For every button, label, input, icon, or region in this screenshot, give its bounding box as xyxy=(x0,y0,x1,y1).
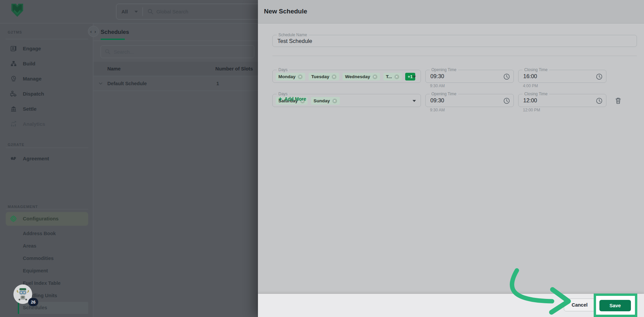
row-slots-cell: 1 xyxy=(216,81,219,86)
closing-helper-row2: 12:00 PM xyxy=(523,108,540,112)
gear-icon xyxy=(10,215,17,222)
divider xyxy=(6,39,88,39)
clock-icon[interactable] xyxy=(503,98,510,104)
opening-time-field-row1[interactable]: Opening Time 09:30 xyxy=(425,70,514,83)
chip-remove-icon[interactable]: ✕ xyxy=(332,99,337,103)
search-scope-selector[interactable]: All xyxy=(121,9,128,14)
section-label-g2rate: G2RATE xyxy=(8,143,24,147)
day-chip: Tuesday✕ xyxy=(309,73,339,81)
sidebar-item-dispatch[interactable]: Dispatch xyxy=(0,86,93,101)
build-icon xyxy=(10,60,17,67)
row-name-cell: Default Schedule xyxy=(107,81,147,86)
divider xyxy=(94,41,258,41)
days-label: Days xyxy=(277,67,289,72)
sidebar-item-fuel-index-table[interactable]: Fuel Index Table xyxy=(0,277,93,289)
search-icon xyxy=(148,9,153,14)
global-search-placeholder[interactable]: Global Search xyxy=(156,9,188,14)
sidebar-item-commodities[interactable]: Commodities xyxy=(0,252,93,264)
drawer-header: New Schedule xyxy=(258,0,644,23)
opening-helper-row1: 9:30 AM xyxy=(430,84,445,88)
day-chip: T...✕ xyxy=(383,73,402,81)
chevron-down-icon[interactable] xyxy=(135,11,138,13)
section-label-management: MANAGEMENT xyxy=(8,205,38,209)
search-icon xyxy=(105,49,110,54)
clock-icon[interactable] xyxy=(503,73,510,80)
schedule-name-field[interactable]: Schedule Name Test Schedule xyxy=(272,35,637,47)
save-button[interactable]: Save xyxy=(599,300,631,311)
day-chip: Wednesday✕ xyxy=(342,73,380,81)
section-label-g2tms: G2TMS xyxy=(8,30,22,34)
column-header-name[interactable]: Name xyxy=(107,66,121,71)
sidebar-item-build[interactable]: Build xyxy=(0,56,93,71)
sidebar-item-settle[interactable]: Settle xyxy=(0,101,93,116)
add-more-button[interactable]: + Add More xyxy=(278,96,306,102)
drawer-title: New Schedule xyxy=(264,8,307,15)
analytics-icon xyxy=(10,120,17,127)
closing-time-field-row1[interactable]: Closing Time 16:00 xyxy=(518,70,606,83)
closing-time-field-row2[interactable]: Closing Time 12:00 xyxy=(518,94,606,107)
sidebar-item-address-book[interactable]: Address Book xyxy=(0,227,93,240)
day-chip: Sunday✕ xyxy=(311,97,340,105)
settle-icon xyxy=(10,105,17,112)
table-search-input[interactable]: Search... xyxy=(101,45,254,58)
robot-mascot-icon xyxy=(17,287,29,301)
opening-time-field-row2[interactable]: Opening Time 09:30 xyxy=(425,94,514,107)
clock-icon[interactable] xyxy=(596,73,602,80)
g2-logo-icon xyxy=(11,3,23,20)
column-header-slots[interactable]: Number of Slots xyxy=(215,66,253,71)
divider xyxy=(6,209,88,209)
dispatch-icon xyxy=(10,90,17,97)
opening-helper-row2: 9:30 AM xyxy=(430,108,445,112)
schedule-name-value: Test Schedule xyxy=(277,35,312,47)
chip-remove-icon[interactable]: ✕ xyxy=(298,74,303,79)
sidebar-item-manage[interactable]: Manage xyxy=(0,71,93,86)
divider xyxy=(143,7,143,16)
days-select-row1[interactable]: Days Monday✕ Tuesday✕ Wednesday✕ T...✕ +… xyxy=(272,70,421,83)
app-root: All Global Search G2TMS Engage Build xyxy=(0,0,644,317)
manage-icon xyxy=(10,75,17,82)
drawer-footer: Cancel xyxy=(258,294,644,317)
sidebar-item-analytics[interactable]: Analytics xyxy=(0,116,93,131)
sidebar-item-areas[interactable]: Areas xyxy=(0,240,93,252)
cancel-button[interactable]: Cancel xyxy=(564,299,595,311)
active-tab-underline xyxy=(101,39,125,40)
sidebar-item-equipment[interactable]: Equipment xyxy=(0,265,93,277)
page-title: Schedules xyxy=(101,29,129,36)
sidebar-item-agreement[interactable]: Agreement xyxy=(0,151,93,166)
divider xyxy=(6,148,88,148)
engage-icon xyxy=(10,45,17,52)
table-row[interactable]: Default Schedule 1 xyxy=(94,76,258,91)
chip-remove-icon[interactable]: ✕ xyxy=(332,74,336,79)
day-chips: Monday✕ Tuesday✕ Wednesday✕ T...✕ +1 xyxy=(276,73,415,81)
sidebar: G2TMS Engage Build Manage Dispatch xyxy=(0,23,93,317)
sidebar-item-configurations[interactable]: Configurations xyxy=(6,212,88,226)
chip-remove-icon[interactable]: ✕ xyxy=(394,74,399,79)
table-header: Name Number of Slots xyxy=(94,62,258,76)
divider xyxy=(272,56,637,56)
closing-helper-row1: 4:00 PM xyxy=(523,84,538,88)
notification-badge[interactable]: 26 xyxy=(28,298,38,306)
agreement-icon xyxy=(10,155,17,162)
day-chip: Monday✕ xyxy=(276,73,305,81)
delete-row-icon[interactable] xyxy=(615,97,622,104)
new-schedule-drawer: New Schedule Schedule Name Test Schedule… xyxy=(258,0,644,317)
chip-remove-icon[interactable]: ✕ xyxy=(373,74,377,79)
chevron-down-icon[interactable] xyxy=(413,76,416,78)
sidebar-item-engage[interactable]: Engage xyxy=(0,41,93,56)
chevron-down-icon[interactable] xyxy=(413,100,416,102)
clock-icon[interactable] xyxy=(596,98,602,104)
sidebar-collapse-button[interactable]: ‹ › xyxy=(88,26,99,37)
search-placeholder: Search... xyxy=(114,49,134,55)
chevron-down-icon[interactable] xyxy=(98,81,103,86)
plus-icon: + xyxy=(278,96,282,102)
